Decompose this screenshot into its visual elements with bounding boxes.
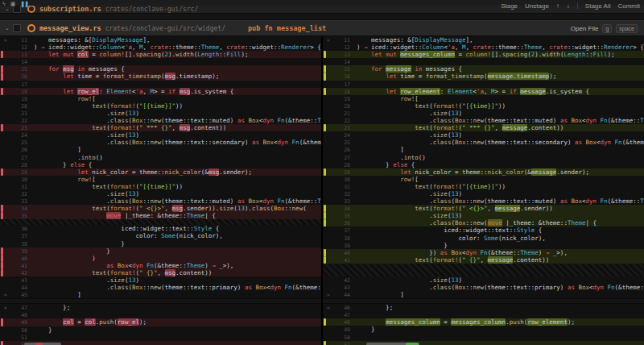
split-view-icon[interactable]: ❚❚ bbox=[20, 1, 28, 7]
code-line[interactable]: 40 }) as Box<dyn Fn(&theme::Theme) → _>)… bbox=[323, 249, 644, 256]
stage-button[interactable]: Stage bbox=[501, 2, 518, 10]
open-file-button[interactable]: Open File bbox=[571, 25, 599, 32]
code-line[interactable]: 49 col = col.push(row_el); bbox=[0, 318, 321, 326]
expand-hunk-icon[interactable]: ≍ bbox=[327, 304, 330, 311]
code-line[interactable]: ≍11 messages: &[DisplayMessage], bbox=[0, 36, 321, 44]
panel-icon[interactable]: ▣ bbox=[10, 1, 16, 7]
next-hunk-button[interactable]: ↓ bbox=[567, 2, 570, 10]
code-line[interactable]: 12) → iced::widget::Column<'a, M, crate:… bbox=[0, 44, 321, 51]
code-line[interactable]: 16 let time = format_timestamp(message.t… bbox=[323, 73, 644, 80]
code-line[interactable]: 25 .class(Box::new(theme::text::secondar… bbox=[0, 139, 321, 146]
code-line[interactable]: 22 .class(Box::new(theme::text::muted) a… bbox=[323, 117, 644, 124]
horizontal-scrollbar[interactable]: 52 bbox=[0, 341, 321, 345]
code-line[interactable]: 33 .class(Box::new(theme::text::muted) a… bbox=[323, 197, 644, 205]
code-line[interactable]: 18 let row_element: Element<'a, M> = if … bbox=[323, 88, 644, 95]
code-line[interactable]: 47 bbox=[323, 311, 644, 318]
code-line[interactable]: 13 let mut messages_column = column![].s… bbox=[323, 51, 644, 58]
code-line[interactable]: 21 .size(13) bbox=[323, 110, 644, 117]
code-line[interactable]: 23 text(format!(" *** {}", message.conte… bbox=[323, 124, 644, 131]
code-line[interactable]: 19 row![ bbox=[0, 95, 321, 102]
code-line[interactable]: 15 for message in messages { bbox=[323, 65, 644, 73]
code-line[interactable]: 42 .size(13) bbox=[323, 276, 644, 284]
code-line[interactable]: 32 .size(13) bbox=[323, 190, 644, 197]
code-line[interactable]: ≍46 }; bbox=[323, 304, 644, 311]
code-line[interactable]: 50 bbox=[323, 334, 644, 341]
code-line[interactable]: 39 } bbox=[0, 247, 321, 255]
code-line[interactable]: 28 } else { bbox=[323, 161, 644, 168]
code-line[interactable]: 27 .into() bbox=[0, 154, 321, 161]
code-line[interactable]: ≍11 messages: &[DisplayMessage], bbox=[323, 36, 644, 44]
code-line[interactable]: 25 .class(Box::new(theme::text::secondar… bbox=[323, 139, 644, 146]
prev-hunk-button[interactable]: ↑ bbox=[556, 2, 559, 10]
code-line[interactable]: 13 let mut col = column![].spacing(2).wi… bbox=[0, 51, 321, 58]
code-line[interactable]: ≍47 }; bbox=[0, 304, 321, 311]
code-line[interactable]: 42 text(format!(" {}", msg.content)) bbox=[0, 269, 321, 276]
code-line[interactable]: 20 text(format!("[{time}]")) bbox=[0, 102, 321, 110]
code-line[interactable]: 41 as Box<dyn Fn(&theme::Theme) → _>), bbox=[0, 262, 321, 269]
code-line[interactable]: 35 move |_theme: &theme::Theme| { bbox=[0, 212, 321, 219]
scrollbar-thumb[interactable] bbox=[366, 343, 419, 345]
code-line[interactable]: 48 messages_column = messages_column.pus… bbox=[323, 318, 644, 326]
code-line[interactable]: 33 .class(Box::new(theme::text::muted) a… bbox=[0, 197, 321, 205]
code-line[interactable]: 15 for msg in messages { bbox=[0, 65, 321, 73]
code-line[interactable]: 36 .class(Box::new(move |_theme: &theme:… bbox=[323, 219, 644, 227]
code-line[interactable]: 49 } bbox=[323, 326, 644, 333]
code-line[interactable]: 20 text(format!("[{time}]")) bbox=[323, 102, 644, 110]
code-line[interactable]: 38 } bbox=[0, 240, 321, 247]
code-line[interactable]: 38 color: Some(nick_color), bbox=[323, 235, 644, 242]
code-line[interactable]: ≍45 ] bbox=[0, 291, 321, 298]
code-line[interactable]: 31 text(format!("[{time}]")) bbox=[0, 183, 321, 190]
chevron-down-icon[interactable]: ⌄ bbox=[5, 25, 10, 31]
code-line[interactable]: 29 let nick_color = theme::nick_color(&m… bbox=[0, 168, 321, 176]
code-line[interactable]: 35 .size(13) bbox=[323, 212, 644, 219]
code-line[interactable]: 17 bbox=[0, 81, 321, 88]
expand-hunk-icon[interactable]: ≍ bbox=[4, 291, 7, 298]
code-line[interactable]: 34 text(format!(" <{}>", msg.sender)).si… bbox=[0, 205, 321, 212]
expand-hunk-icon[interactable]: ≍ bbox=[4, 36, 7, 44]
code-line[interactable]: 34 text(format!(" <{}>", message.sender)… bbox=[323, 205, 644, 212]
code-line[interactable]: 51 bbox=[0, 334, 321, 341]
code-line[interactable]: 29 let nick_color = theme::nick_color(&m… bbox=[323, 168, 644, 176]
commit-button[interactable]: Commit bbox=[617, 2, 640, 10]
code-line[interactable]: 48 bbox=[0, 311, 321, 318]
code-line[interactable]: 32 .size(13) bbox=[0, 190, 321, 197]
code-line[interactable]: 40 ) bbox=[0, 255, 321, 262]
horizontal-scrollbar[interactable]: 51 bbox=[323, 341, 644, 345]
stage-checkbox[interactable] bbox=[13, 24, 21, 32]
code-line[interactable]: 36 iced::widget::text::Style { bbox=[0, 225, 321, 232]
code-line[interactable]: 43 .size(13) bbox=[0, 276, 321, 284]
code-line[interactable]: 39 } bbox=[323, 242, 644, 249]
code-line[interactable]: 12) → iced::widget::Column<'a, M, crate:… bbox=[323, 44, 644, 51]
code-line[interactable]: 24 .size(13) bbox=[0, 131, 321, 139]
expand-hunk-icon[interactable]: ≍ bbox=[4, 304, 7, 311]
code-line[interactable]: 30 row![ bbox=[0, 176, 321, 183]
expand-hunk-icon[interactable]: ≍ bbox=[327, 36, 330, 44]
file-row-message-view[interactable]: ⌄ message_view.rs crates/conclave-gui/sr… bbox=[0, 20, 644, 36]
code-line[interactable]: 44 .class(Box::new(theme::text::primary)… bbox=[0, 284, 321, 291]
code-line[interactable]: 14 bbox=[0, 58, 321, 65]
code-line[interactable]: 50 } bbox=[0, 326, 321, 334]
code-line[interactable]: 17 bbox=[323, 81, 644, 88]
expand-hunk-icon[interactable]: ≍ bbox=[327, 291, 330, 298]
code-line[interactable]: ≍44 ] bbox=[323, 291, 644, 298]
code-line[interactable]: 26 ] bbox=[0, 146, 321, 153]
code-line[interactable]: 23 text(format!(" *** {}", msg.content)) bbox=[0, 124, 321, 131]
code-line[interactable]: 22 .class(Box::new(theme::text::muted) a… bbox=[0, 117, 321, 124]
stage-all-button[interactable]: Stage All bbox=[585, 2, 611, 10]
code-line[interactable]: 28 } else { bbox=[0, 161, 321, 168]
code-line[interactable]: 30 row![ bbox=[323, 176, 644, 183]
code-line[interactable]: 26 ] bbox=[323, 146, 644, 153]
activity-icon[interactable]: ϟ bbox=[2, 1, 6, 7]
code-line[interactable]: 31 text(format!("[{time}]")) bbox=[323, 183, 644, 190]
code-line[interactable]: 37 iced::widget::text::Style { bbox=[323, 227, 644, 234]
unstage-button[interactable]: Unstage bbox=[525, 2, 549, 10]
code-line[interactable]: 24 .size(13) bbox=[323, 131, 644, 139]
code-line[interactable]: 14 bbox=[323, 58, 644, 65]
code-line[interactable]: 27 .into() bbox=[323, 154, 644, 161]
code-line[interactable]: 41 text(format!(" {}", message.content)) bbox=[323, 256, 644, 264]
code-line[interactable]: 16 let time = format_timestamp(msg.times… bbox=[0, 73, 321, 80]
code-line[interactable]: 21 .size(13) bbox=[0, 110, 321, 117]
code-line[interactable]: 18 let row_el: Element<'a, M> = if msg.i… bbox=[0, 88, 321, 95]
code-line[interactable]: 43 .class(Box::new(theme::text::primary)… bbox=[323, 284, 644, 291]
code-line[interactable]: 19 row![ bbox=[323, 95, 644, 102]
